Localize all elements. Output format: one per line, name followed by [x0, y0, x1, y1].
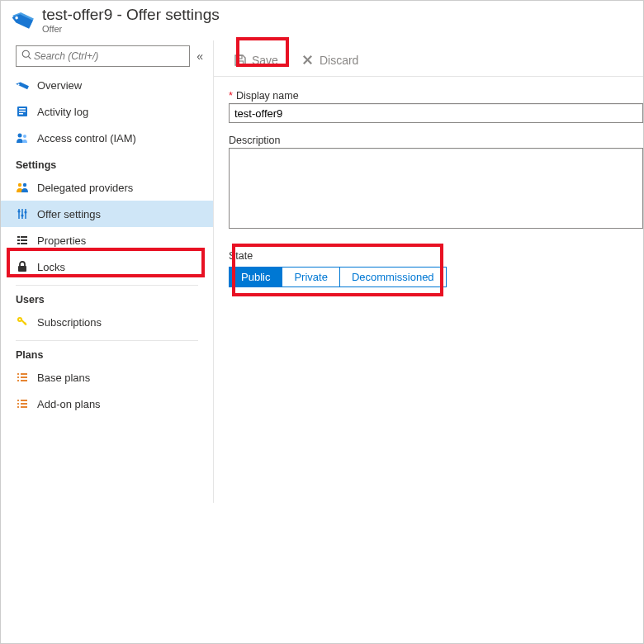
save-icon — [234, 54, 247, 67]
svg-point-1 — [22, 50, 29, 57]
state-option-decommissioned[interactable]: Decommissioned — [340, 268, 446, 286]
sidebar-item-base-plans[interactable]: Base plans — [1, 364, 213, 391]
svg-rect-18 — [17, 236, 20, 238]
svg-point-35 — [17, 400, 19, 401]
sidebar-item-addon-plans[interactable]: Add-on plans — [1, 391, 213, 417]
sidebar-item-locks[interactable]: Locks — [1, 253, 213, 280]
sidebar: « Overview Activity log Access control (… — [1, 40, 214, 503]
svg-rect-34 — [21, 380, 27, 381]
list-icon — [16, 397, 29, 410]
list-icon — [16, 371, 29, 384]
required-star-icon: * — [229, 90, 233, 102]
svg-rect-7 — [19, 113, 23, 115]
save-button[interactable]: Save — [229, 49, 283, 72]
svg-rect-20 — [17, 239, 20, 241]
sidebar-item-offer-settings[interactable]: Offer settings — [1, 201, 213, 227]
collapse-sidebar-icon[interactable]: « — [197, 50, 203, 63]
sidebar-section-users: Users — [1, 286, 213, 309]
key-icon — [16, 315, 29, 329]
description-input[interactable] — [229, 148, 643, 229]
sidebar-item-label: Properties — [37, 234, 86, 247]
save-button-label: Save — [252, 54, 278, 67]
svg-point-10 — [18, 183, 21, 187]
svg-rect-41 — [238, 55, 242, 59]
svg-rect-27 — [21, 320, 27, 325]
svg-rect-23 — [21, 243, 27, 244]
sidebar-item-label: Subscriptions — [37, 316, 102, 329]
state-label: State — [219, 250, 643, 262]
tag-icon — [16, 78, 29, 92]
main-content: Save Discard *Display name Description S… — [214, 40, 643, 644]
svg-point-33 — [17, 380, 19, 381]
svg-rect-38 — [21, 403, 27, 405]
svg-rect-42 — [238, 61, 244, 65]
state-option-public[interactable]: Public — [230, 268, 282, 286]
sidebar-item-properties[interactable]: Properties — [1, 227, 213, 253]
sidebar-item-label: Access control (IAM) — [37, 132, 136, 144]
sidebar-section-plans: Plans — [1, 341, 213, 364]
svg-point-39 — [17, 406, 19, 408]
providers-icon — [16, 181, 29, 194]
description-label: Description — [219, 135, 643, 146]
toolbar: Save Discard — [214, 44, 643, 77]
blade-header: test-offer9 - Offer settings Offer — [1, 1, 643, 40]
sidebar-item-overview[interactable]: Overview — [1, 72, 213, 98]
sidebar-item-label: Delegated providers — [37, 182, 133, 194]
sidebar-item-label: Activity log — [37, 106, 88, 118]
svg-rect-32 — [21, 376, 27, 378]
svg-rect-21 — [21, 239, 27, 241]
state-option-private[interactable]: Private — [282, 268, 339, 286]
display-name-input[interactable] — [229, 103, 643, 123]
svg-rect-30 — [21, 373, 27, 375]
svg-point-15 — [17, 210, 20, 212]
svg-point-29 — [17, 373, 19, 375]
svg-point-9 — [23, 135, 26, 138]
search-input-wrapper[interactable] — [16, 45, 190, 67]
sidebar-item-activity-log[interactable]: Activity log — [1, 98, 213, 125]
svg-point-31 — [17, 376, 19, 378]
sidebar-item-subscriptions[interactable]: Subscriptions — [1, 309, 213, 335]
properties-icon — [16, 234, 29, 247]
lock-icon — [16, 260, 29, 273]
svg-point-8 — [18, 134, 22, 138]
sidebar-item-label: Base plans — [37, 372, 90, 384]
svg-rect-19 — [21, 236, 27, 238]
svg-point-17 — [24, 211, 26, 213]
access-control-icon — [16, 131, 29, 144]
sidebar-section-settings: Settings — [1, 151, 213, 174]
svg-rect-22 — [17, 243, 20, 244]
svg-point-11 — [23, 183, 26, 187]
svg-point-16 — [21, 214, 23, 216]
offer-tag-icon — [12, 7, 36, 31]
sidebar-item-label: Add-on plans — [37, 398, 101, 410]
discard-button[interactable]: Discard — [296, 49, 363, 72]
svg-point-37 — [17, 403, 19, 405]
search-icon — [21, 50, 32, 63]
state-toggle: Public Private Decommissioned — [229, 267, 447, 287]
close-icon — [301, 54, 315, 67]
sidebar-item-label: Locks — [37, 261, 65, 273]
discard-button-label: Discard — [320, 54, 358, 67]
activity-log-icon — [16, 105, 29, 118]
page-subtitle: Offer — [42, 24, 220, 34]
search-input[interactable] — [32, 50, 184, 63]
display-name-label: *Display name — [219, 90, 643, 102]
sidebar-item-access-control[interactable]: Access control (IAM) — [1, 125, 213, 151]
svg-line-2 — [28, 56, 31, 59]
svg-rect-24 — [18, 266, 26, 272]
sidebar-item-label: Overview — [37, 79, 82, 92]
svg-rect-6 — [19, 111, 26, 112]
svg-rect-40 — [21, 406, 27, 408]
svg-point-26 — [19, 319, 21, 320]
svg-rect-5 — [19, 108, 26, 110]
sidebar-item-label: Offer settings — [37, 208, 101, 220]
page-title: test-offer9 - Offer settings — [42, 6, 220, 24]
sliders-icon — [16, 207, 29, 220]
svg-rect-36 — [21, 400, 27, 401]
sidebar-item-delegated-providers[interactable]: Delegated providers — [1, 174, 213, 201]
